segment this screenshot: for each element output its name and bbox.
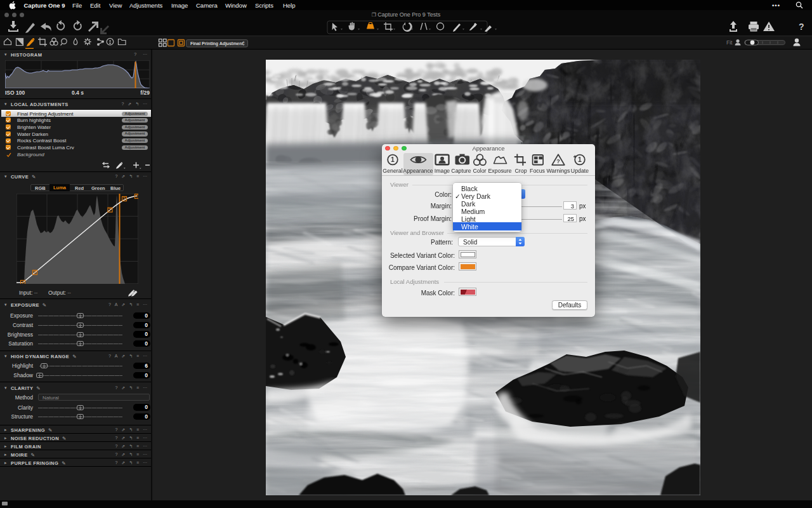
svg-text:Appearance: Appearance [403,168,433,174]
svg-text:Warnings: Warnings [547,168,570,174]
svg-text:Color: Color [473,168,486,174]
svg-text:Exposure: Exposure [488,168,511,174]
svg-text:1: 1 [391,156,395,163]
svg-text:1: 1 [578,156,582,163]
svg-text:Crop: Crop [514,168,527,174]
svg-text:General: General [383,168,402,174]
svg-text:Fit: Fit [726,39,733,46]
svg-text:Focus: Focus [530,168,546,174]
svg-text:Final Printing Adjustment: Final Printing Adjustment [190,41,244,46]
svg-text:Image: Image [435,168,450,174]
svg-text:?: ? [799,22,804,32]
svg-text:Update: Update [571,168,589,174]
svg-text:?: ? [556,158,560,164]
svg-text:Capture: Capture [451,168,471,174]
